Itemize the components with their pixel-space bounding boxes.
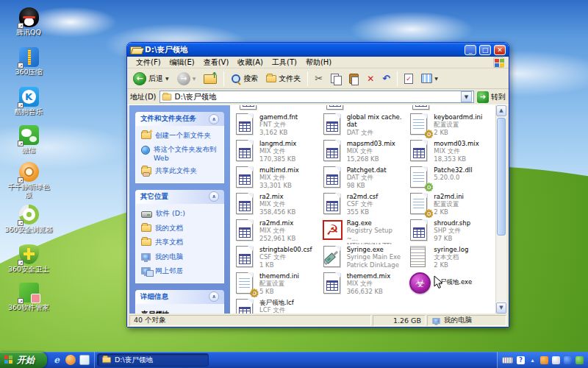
file-name: 丧尸领地.exe: [434, 278, 472, 286]
file-tile[interactable]: thememd.mixMIX 文件366,632 KB: [321, 271, 407, 297]
address-dropdown-icon[interactable]: ▼: [461, 91, 472, 102]
scroll-up-icon[interactable]: ▲: [496, 105, 506, 116]
file-tasks-title: 文件和文件夹任务: [140, 114, 196, 124]
menu-item[interactable]: 帮助(H): [301, 57, 336, 68]
paste-button[interactable]: [346, 71, 362, 86]
ie-icon[interactable]: e: [51, 355, 62, 365]
keyboard-icon[interactable]: [502, 357, 513, 364]
tray-blue-icon[interactable]: [564, 356, 572, 364]
file-tasks-header[interactable]: 文件和文件夹任务 ∧: [135, 112, 224, 126]
minimize-button[interactable]: _: [465, 45, 476, 55]
status-bar: 40 个对象 1.26 GB 我的电脑: [127, 314, 509, 327]
file-tile[interactable]: shroudr.shpSHP 文件97 KB: [408, 218, 494, 244]
file-tile[interactable]: ra2md.mixMIX 文件252,961 KB: [234, 218, 320, 244]
menu-item[interactable]: 文件(F): [132, 57, 165, 68]
folders-button[interactable]: 文件夹: [263, 71, 304, 86]
file-tile[interactable]: ⚙Patche32.dll5.20.0.0: [408, 165, 494, 191]
other-place-link[interactable]: 软件 (D:): [141, 209, 220, 219]
menu-item[interactable]: 工具(T): [268, 57, 301, 68]
other-places-header[interactable]: 其它位置 ∧: [135, 190, 224, 204]
file-tile[interactable]: 丧尸领地.lcfLCF 文件1 KB: [234, 297, 320, 314]
file-task-link[interactable]: 创建一个新文件夹: [141, 131, 220, 141]
scroll-track[interactable]: [496, 116, 506, 302]
arrow-up-icon[interactable]: ▴: [528, 356, 537, 364]
cut-button[interactable]: ✂: [312, 71, 326, 86]
file-tile[interactable]: ⚙thememd.ini配置设置5 KB: [234, 271, 320, 297]
file-list[interactable]: gamemd.fntFNT 文件3,162 KBglobal mix cache…: [230, 105, 495, 314]
collapse-chevron-icon[interactable]: ∧: [209, 191, 219, 202]
other-place-link[interactable]: 共享文档: [141, 238, 220, 247]
file-tile[interactable]: ra2.mixMIX 文件358,456 KB: [234, 191, 320, 218]
file-tile[interactable]: global mix cache.datDAT 文件: [321, 112, 407, 138]
file-task-link[interactable]: 共享此文件夹: [141, 166, 220, 176]
other-place-link[interactable]: 网上邻居: [141, 266, 220, 276]
media-player-icon[interactable]: [65, 355, 76, 365]
menu-item[interactable]: 编辑(E): [165, 57, 199, 68]
scroll-thumb[interactable]: [497, 118, 506, 236]
desktop-icon-label: 千千静听绿色版: [4, 183, 53, 199]
file-size: 97 KB: [434, 235, 452, 242]
file-tile[interactable]: ra2md.csfCSF 文件355 KB: [321, 191, 407, 218]
maximize-button[interactable]: □: [479, 45, 491, 55]
go-button[interactable]: ➜ 转到: [477, 91, 506, 103]
tray-green-icon[interactable]: [576, 356, 584, 364]
sync-button[interactable]: [401, 71, 416, 86]
desktop-icon-ttplayer[interactable]: ↗千千静听绿色版: [4, 162, 53, 199]
collapse-chevron-icon[interactable]: ∧: [209, 114, 219, 124]
views-button[interactable]: ▼: [418, 71, 441, 85]
file-tile[interactable]: stringtable00.csfCSF 文件1 KB: [234, 244, 320, 271]
other-place-link[interactable]: 我的电脑: [141, 252, 220, 262]
file-tile[interactable]: syringe.log文本文档2 KB: [408, 244, 494, 271]
vertical-scrollbar[interactable]: ▲ ▼: [495, 105, 506, 314]
details-header[interactable]: 详细信息 ∧: [135, 290, 224, 304]
desktop-icon-qq[interactable]: ↗腾讯QQ: [4, 7, 53, 37]
file-tile[interactable]: langmd.mixMIX 文件170,385 KB: [234, 138, 320, 165]
tray-orange-icon[interactable]: [540, 356, 548, 364]
desktop-icon-wechat[interactable]: ↗微信: [4, 125, 53, 155]
soviet-exe-icon: ☭: [323, 219, 343, 242]
close-button[interactable]: ✕: [494, 45, 506, 55]
file-tile[interactable]: Syringe.exeSyringe Main ExePatrick DinkL…: [321, 244, 407, 271]
file-tile[interactable]: ☣丧尸领地.exe: [408, 271, 494, 297]
address-input[interactable]: D:\丧尸领地 ▼: [159, 91, 474, 103]
taskbar-task-button[interactable]: D:\丧尸领地: [97, 353, 209, 367]
file-tile[interactable]: Patchget.datDAT 文件98 KB: [321, 165, 407, 191]
file-name: global mix cache.dat: [347, 113, 402, 128]
file-name: Syringe.exe: [347, 246, 384, 253]
other-place-link[interactable]: 我的文档: [141, 224, 220, 233]
undo-button[interactable]: ↶: [379, 71, 393, 86]
search-button[interactable]: 搜索: [228, 71, 261, 86]
start-button[interactable]: 开始: [0, 352, 47, 368]
delete-button[interactable]: ✕: [364, 71, 377, 86]
table-file-icon: [409, 219, 430, 242]
desktop-icon-label: 360安全卫士: [8, 266, 49, 274]
copy-button[interactable]: [328, 71, 344, 86]
desktop-icon-kugou[interactable]: ↗酷狗音乐: [4, 87, 53, 116]
collapse-chevron-icon[interactable]: ∧: [209, 291, 219, 302]
file-tile[interactable]: gamemd.fntFNT 文件3,162 KB: [234, 112, 320, 138]
help-icon[interactable]: ?: [517, 356, 525, 364]
scroll-down-icon[interactable]: ▼: [496, 302, 506, 314]
show-desktop-icon[interactable]: [79, 355, 90, 365]
desktop-icon-360safe[interactable]: ↗360安全卫士: [4, 244, 53, 274]
folder-docs-icon: [141, 224, 151, 233]
up-button[interactable]: [201, 71, 220, 86]
forward-button[interactable]: → ▼: [174, 70, 199, 88]
file-tile[interactable]: multimd.mixMIX 文件33,301 KB: [234, 165, 320, 191]
menu-item[interactable]: 查看(V): [199, 57, 234, 68]
menu-item[interactable]: 收藏(A): [233, 57, 268, 68]
task-pane: 文件和文件夹任务 ∧ 创建一个新文件夹将这个文件夹发布到 Web共享此文件夹 其…: [129, 105, 230, 314]
tray-white-icon[interactable]: [552, 356, 560, 364]
file-tile[interactable]: mapsmd03.mixMIX 文件15,268 KB: [321, 138, 407, 165]
file-tile[interactable]: ⚙ra2md.ini配置设置2 KB: [408, 191, 494, 218]
desktop-icon-360soft[interactable]: ↗360软件管家: [4, 283, 53, 312]
file-tile[interactable]: ☭Rag.exeRegistry Setup ~...MTIH/DYNAZTI: [321, 218, 407, 244]
file-tile[interactable]: movmd03.mixMIX 文件18,353 KB: [408, 138, 494, 165]
title-bar[interactable]: D:\丧尸领地 _ □ ✕: [127, 43, 509, 57]
desktop-icon-360browser[interactable]: ↗360安全浏览器: [4, 205, 53, 234]
desktop-icon-360zip[interactable]: ↗360压缩: [4, 47, 53, 77]
file-tile[interactable]: ⚙keyboardmd.ini配置设置2 KB: [408, 112, 494, 138]
back-button[interactable]: ← 后退 ▼: [130, 70, 172, 88]
file-name: gamemd.fnt: [259, 113, 298, 121]
file-task-link[interactable]: 将这个文件夹发布到 Web: [141, 145, 220, 162]
